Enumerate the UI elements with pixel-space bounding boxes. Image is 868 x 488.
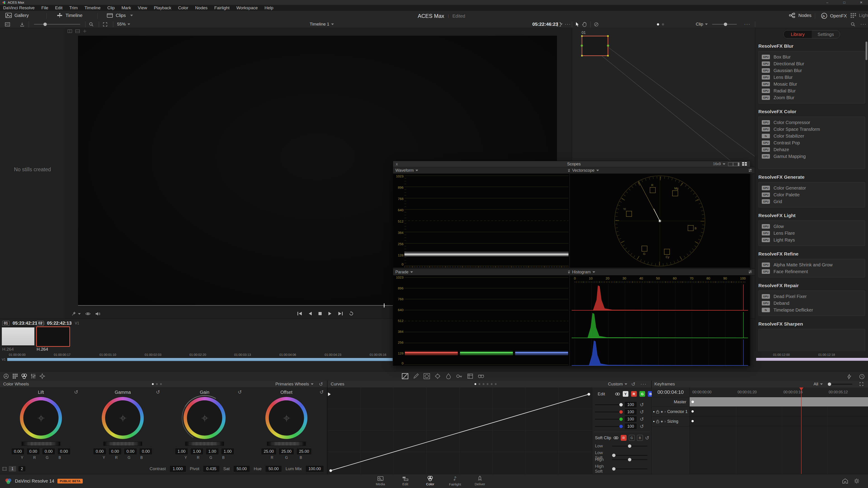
node-page-dot-2[interactable] xyxy=(662,23,664,26)
fx-item[interactable]: GPUFace Refinement xyxy=(758,268,865,275)
fx-item[interactable]: GPULens Blur xyxy=(758,74,865,80)
value-box[interactable]: 100 xyxy=(624,416,637,422)
page-deliver[interactable]: Deliver xyxy=(467,476,492,486)
page-dot[interactable] xyxy=(156,383,158,385)
reset-icon[interactable] xyxy=(640,416,644,422)
split-screen-icon[interactable] xyxy=(75,29,80,33)
sat-value[interactable]: 50.00 xyxy=(233,465,250,472)
gang-link-icon[interactable] xyxy=(615,392,620,396)
fx-item[interactable]: GPUColor Generator xyxy=(758,185,865,191)
rgb-mixer-icon[interactable] xyxy=(29,372,37,380)
low-soft-slider[interactable] xyxy=(612,455,647,456)
menu-file[interactable]: File xyxy=(41,5,49,10)
fx-item[interactable]: GPUDirectional Blur xyxy=(758,60,865,67)
page-fairlight[interactable]: Fairlight xyxy=(442,475,467,486)
expand-panel-icon[interactable] xyxy=(860,382,864,386)
project-manager-icon[interactable] xyxy=(842,478,848,484)
value-box[interactable]: 1.00 xyxy=(190,448,204,455)
viewer-zoom-select[interactable]: 55% xyxy=(117,22,130,27)
menu-color[interactable]: Color xyxy=(178,5,188,10)
vectorscope-header[interactable]: Vectorscope xyxy=(570,167,754,174)
wheels-mode-select[interactable]: Primaries Wheels xyxy=(275,382,313,387)
clip-thumbnail-2-selected[interactable] xyxy=(36,326,70,347)
key-palette-icon[interactable] xyxy=(456,372,463,380)
page-dot[interactable] xyxy=(152,383,154,385)
keyframe-diamond-icon[interactable]: ◆ xyxy=(661,410,663,413)
expand-arrow-icon[interactable]: › xyxy=(664,410,665,414)
node-mode-select[interactable]: Clip xyxy=(696,22,708,27)
sizing-palette-icon[interactable] xyxy=(466,372,474,380)
fx-item[interactable]: GPUDead Pixel Fixer xyxy=(758,293,865,300)
stereo-3d-icon[interactable] xyxy=(477,372,485,380)
reset-icon[interactable] xyxy=(631,381,636,387)
value-box[interactable]: 0.00 xyxy=(139,448,152,455)
grab-still-icon[interactable] xyxy=(20,22,24,27)
curves-graph[interactable] xyxy=(328,387,592,474)
keyframes-zoom-slider[interactable] xyxy=(827,384,852,385)
value-box[interactable]: 100 xyxy=(624,409,637,415)
fx-item[interactable]: GPUGaussian Blur xyxy=(758,67,865,74)
reset-icon[interactable] xyxy=(74,389,78,395)
thumb-size-slider-knob[interactable] xyxy=(43,23,47,26)
value-box[interactable]: 0.00 xyxy=(11,448,24,455)
corrector-node[interactable] xyxy=(582,36,608,56)
fx-item[interactable]: GPUColor Space Transform xyxy=(758,126,865,133)
reset-icon[interactable] xyxy=(320,389,324,395)
page-1-button[interactable]: 1 xyxy=(8,466,16,472)
page-dot[interactable] xyxy=(478,383,480,385)
pointer-tool-icon[interactable] xyxy=(575,22,579,27)
node-options-icon[interactable] xyxy=(744,21,750,27)
fx-item[interactable]: GPUDehaze xyxy=(758,146,865,153)
page-media[interactable]: Media xyxy=(368,476,393,486)
softclip-b-button[interactable]: B xyxy=(637,435,643,441)
gallery-button[interactable]: Gallery xyxy=(5,13,29,18)
master-track-bar[interactable] xyxy=(690,397,868,406)
offset-master-wheel[interactable] xyxy=(267,442,306,446)
menu-timeline[interactable]: Timeline xyxy=(85,5,101,10)
node-page-dot-1[interactable] xyxy=(657,23,659,26)
loop-icon[interactable] xyxy=(349,311,354,316)
performance-icon[interactable] xyxy=(858,373,866,381)
menu-nodes[interactable]: Nodes xyxy=(195,5,208,10)
reset-icon[interactable] xyxy=(645,435,649,441)
enhanced-viewer-icon[interactable] xyxy=(557,22,561,27)
value-box[interactable]: 1.00 xyxy=(206,448,219,455)
keyframe-dot[interactable] xyxy=(691,400,694,403)
value-box[interactable]: 100 xyxy=(624,423,637,429)
menu-playback[interactable]: Playback xyxy=(154,5,171,10)
value-box[interactable]: 0.00 xyxy=(57,448,70,455)
soft-clip-link-icon[interactable] xyxy=(614,436,618,440)
gamma-wheel[interactable] xyxy=(102,397,144,439)
cache-icon[interactable] xyxy=(845,373,853,381)
lock-icon[interactable] xyxy=(656,410,659,414)
fx-item[interactable]: GPUGrid xyxy=(758,198,865,205)
last-frame-icon[interactable] xyxy=(338,311,343,316)
keyframes-filter-select[interactable]: All xyxy=(813,382,823,387)
search-icon[interactable] xyxy=(89,22,94,27)
fx-item[interactable]: GPUAlpha Matte Shrink and Grow xyxy=(758,261,865,268)
reset-icon[interactable] xyxy=(640,424,644,429)
audio-mute-icon[interactable] xyxy=(95,312,101,316)
viewer-playhead-tick[interactable] xyxy=(384,303,384,307)
reset-icon[interactable] xyxy=(640,402,644,408)
fx-item[interactable]: GPUMosaic Blur xyxy=(758,80,865,88)
lift-master-wheel[interactable] xyxy=(22,442,60,446)
timeline-track-bar[interactable] xyxy=(7,358,393,361)
layout-quad-icon[interactable] xyxy=(742,162,747,166)
luma-gain-slider[interactable] xyxy=(595,404,622,405)
lightbox-toggle-button[interactable]: Lightbox xyxy=(850,13,868,18)
scope-settings-icon[interactable] xyxy=(748,270,752,274)
motion-effects-icon[interactable] xyxy=(38,372,46,380)
color-match-icon[interactable] xyxy=(11,372,19,380)
fx-item[interactable]: GPUContrast Pop xyxy=(758,139,865,146)
fx-item[interactable]: GPUDeband xyxy=(758,300,865,306)
stop-icon[interactable] xyxy=(318,311,322,316)
layout-single-icon[interactable] xyxy=(728,162,733,166)
gallery-list-icon[interactable] xyxy=(5,22,10,26)
fx-item[interactable]: fxColor Stabilizer xyxy=(758,133,865,139)
page-dot[interactable] xyxy=(474,383,476,385)
value-box[interactable]: 100 xyxy=(624,401,637,408)
timeline-track-bar-right[interactable] xyxy=(756,358,868,361)
fx-item[interactable]: GPUBox Blur xyxy=(758,54,865,60)
openfx-search-icon[interactable] xyxy=(851,22,855,27)
